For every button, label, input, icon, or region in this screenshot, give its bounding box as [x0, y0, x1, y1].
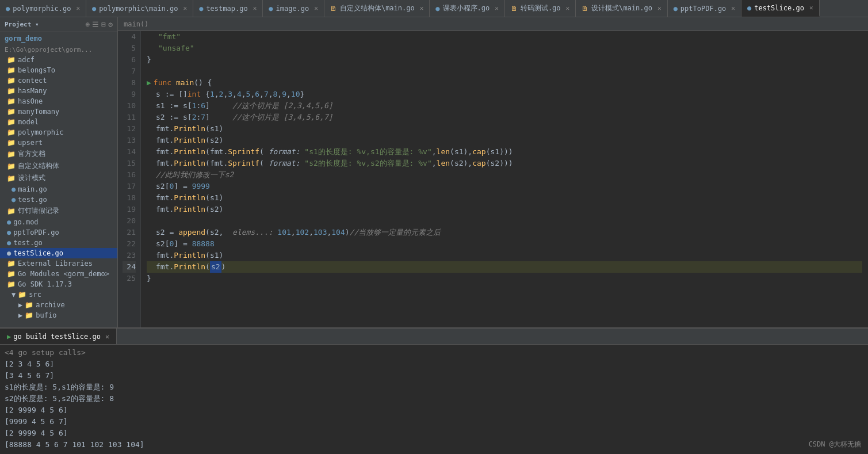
code-line-11: s2 := s[2:7] //这个切片是 [3,4,5,6,7]: [147, 112, 862, 123]
tab-label: testmap.go: [206, 5, 247, 13]
tab-label: 课表小程序.go: [443, 3, 490, 13]
line-num-19: 19: [123, 204, 136, 215]
breadcrumb-main: main(): [124, 20, 148, 28]
line-num-7: 7: [123, 66, 136, 77]
output-text: [88888 4 5 6 7 101 102 103 104]: [5, 439, 144, 451]
tab-label: 转码测试.go: [521, 3, 561, 13]
line-num-20: 20: [123, 215, 136, 227]
sidebar-item-contect[interactable]: 📁 contect: [0, 75, 117, 86]
tab-close-icon[interactable]: ✕: [420, 5, 424, 12]
project-name[interactable]: gorm_demo: [0, 32, 117, 45]
code-content[interactable]: 4 5 6 7 8 9 10 11 12 13 14 15 16 17 18 1…: [118, 31, 868, 327]
tab-polymorphic-main-go[interactable]: ● polymorphic\main.go ✕: [86, 0, 193, 17]
add-icon[interactable]: ⊕: [86, 20, 90, 29]
sidebar-item-manytomany[interactable]: 📁 manyTomany: [0, 106, 117, 117]
settings-icon[interactable]: ⚙: [108, 20, 113, 29]
tab-close-icon[interactable]: ✕: [566, 5, 570, 12]
sidebar: Project ▾ ⊕ ☰ ⊟ ⚙ gorm_demo E:\Go\goproj…: [0, 17, 118, 327]
sidebar-item-label: manyTomany: [18, 108, 59, 116]
go-file-icon: ●: [7, 239, 11, 247]
tab-close-icon[interactable]: ✕: [76, 5, 80, 12]
line-num-23: 23: [123, 250, 136, 261]
output-text: [2 3 4 5 6]: [5, 358, 54, 370]
watermark: CSDN @大杯无糖: [809, 440, 861, 449]
tab-close-icon[interactable]: ✕: [657, 5, 661, 12]
tab-close-icon[interactable]: ✕: [731, 5, 735, 12]
go-file-icon: ●: [12, 196, 16, 204]
tab-close-icon[interactable]: ✕: [183, 5, 188, 12]
tab-custom-struct-main-go[interactable]: 🗎 自定义结构体\main.go ✕: [324, 0, 430, 17]
folder-icon: 📁: [7, 270, 16, 278]
sidebar-item-design-pattern[interactable]: 📁 设计模式: [0, 172, 117, 184]
go-file-icon: ●: [92, 5, 96, 13]
tab-testmap-go[interactable]: ● testmap.go ✕: [193, 0, 263, 17]
sidebar-item-label: hasOne: [18, 97, 43, 105]
sidebar-item-label: pptToPDF.go: [13, 228, 59, 236]
sidebar-item-archive[interactable]: ▶ 📁 archive: [0, 300, 117, 310]
sidebar-item-label: 设计模式: [18, 173, 45, 183]
sidebar-item-ppttopdf[interactable]: ● pptToPDF.go: [0, 227, 117, 238]
tab-close-icon[interactable]: ✕: [495, 5, 499, 12]
folder-icon: 📁: [7, 150, 16, 158]
sidebar-item-polymorphic[interactable]: 📁 polymorphic: [0, 127, 117, 138]
go-file-icon: ●: [747, 4, 751, 12]
sidebar-item-official-docs[interactable]: 📁 官方文档: [0, 148, 117, 160]
tab-label: image.go: [276, 5, 309, 13]
output-text: s1的长度是: 5,s1的容量是: 9: [5, 381, 114, 393]
sidebar-toolbar: ⊕ ☰ ⊟ ⚙: [86, 20, 113, 29]
tab-testslice-go[interactable]: ● testSlice.go ✕: [741, 0, 820, 17]
sidebar-item-label: External Libraries: [18, 260, 93, 268]
sidebar-item-gomod[interactable]: ● go.mod: [0, 217, 117, 227]
sidebar-item-upsert[interactable]: 📁 upsert: [0, 138, 117, 148]
sidebar-item-go-sdk[interactable]: 📁 Go SDK 1.17.3: [0, 279, 117, 289]
sidebar-item-hasone[interactable]: 📁 hasOne: [0, 96, 117, 106]
output-text: s2的长度是: 5,s2的容量是: 8: [5, 393, 114, 405]
sidebar-item-dingding[interactable]: 📁 钉钉请假记录: [0, 205, 117, 217]
output-text: <4 go setup calls>: [5, 347, 86, 358]
sidebar-item-test-go[interactable]: ● test.go: [0, 194, 117, 205]
tab-ppttopdf-go[interactable]: ● pptToPDF.go ✕: [668, 0, 741, 17]
sidebar-item-external-libraries[interactable]: 📁 External Libraries: [0, 258, 117, 269]
code-line-22: s2[0] = 88888: [147, 238, 862, 250]
sidebar-item-bufio[interactable]: ▶ 📁 bufio: [0, 310, 117, 321]
code-area: main() 4 5 6 7 8 9 10 11 12 13 14 15 16 …: [118, 17, 868, 327]
tab-close-icon[interactable]: ✕: [253, 5, 257, 12]
list-icon[interactable]: ☰: [92, 20, 99, 29]
tab-transcode-go[interactable]: 🗎 转码测试.go ✕: [505, 0, 576, 17]
code-line-17: s2[0] = 9999: [147, 181, 862, 192]
tab-bar: ● polymorphic.go ✕ ● polymorphic\main.go…: [0, 0, 868, 17]
tab-design-pattern-main-go[interactable]: 🗎 设计模式\main.go ✕: [576, 0, 667, 17]
line-num-5: 5: [123, 43, 136, 54]
sidebar-item-model[interactable]: 📁 model: [0, 117, 117, 127]
tab-polymorphic-go[interactable]: ● polymorphic.go ✕: [0, 0, 86, 17]
sidebar-item-main-go[interactable]: ● main.go: [0, 184, 117, 194]
sidebar-item-adcf[interactable]: 📁 adcf: [0, 55, 117, 65]
collapse-icon[interactable]: ⊟: [101, 20, 106, 29]
sidebar-item-label: test.go: [13, 239, 43, 247]
code-editor[interactable]: "fmt" "unsafe" } ▶ func main() { s := []…: [141, 31, 868, 327]
line-num-25: 25: [123, 273, 136, 284]
line-num-14: 14: [123, 146, 136, 158]
sidebar-item-testslice[interactable]: ● testSlice.go: [0, 248, 117, 258]
folder-chevron-icon: ▶: [18, 311, 22, 319]
sidebar-item-go-modules[interactable]: 📁 Go Modules <gorm_demo>: [0, 269, 117, 279]
sidebar-item-hasmany[interactable]: 📁 hasMany: [0, 86, 117, 96]
tab-image-go[interactable]: ● image.go ✕: [263, 0, 324, 17]
code-line-15: fmt.Println(fmt.Sprintf( format: "s2的长度是…: [147, 158, 862, 169]
folder-icon: 📁: [7, 128, 16, 136]
tab-close-icon[interactable]: ✕: [809, 4, 813, 12]
code-line-21: s2 = append(s2, elems...: 101,102,103,10…: [147, 227, 862, 238]
output-line-6: [9999 4 5 6 7]: [5, 416, 863, 428]
sidebar-item-custom-struct[interactable]: 📁 自定义结构体: [0, 160, 117, 172]
tab-close-icon[interactable]: ✕: [314, 5, 318, 12]
output-line-2: [3 4 5 6 7]: [5, 370, 863, 381]
sidebar-item-belongsto[interactable]: 📁 belongsTo: [0, 65, 117, 75]
sidebar-item-label: bufio: [36, 311, 56, 319]
bottom-tab-build[interactable]: ▶ go build testSlice.go ✕: [0, 329, 117, 344]
folder-icon: 📁: [25, 311, 33, 319]
sidebar-item-test-go-root[interactable]: ● test.go: [0, 238, 117, 248]
sidebar-item-src[interactable]: ▼ 📁 src: [0, 289, 117, 300]
tab-schedule-go[interactable]: ● 课表小程序.go ✕: [430, 0, 505, 17]
run-indicator[interactable]: ▶: [147, 77, 151, 89]
bottom-tab-close-icon[interactable]: ✕: [105, 333, 109, 341]
